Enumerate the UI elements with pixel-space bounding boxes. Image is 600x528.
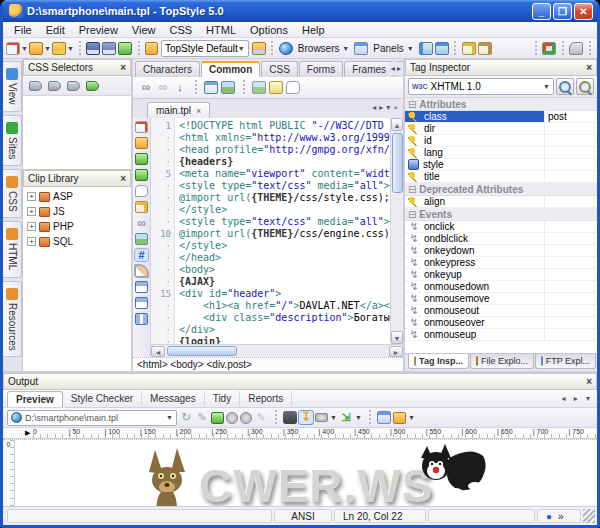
menu-css[interactable]: CSS	[162, 23, 199, 37]
resize-grip[interactable]	[583, 509, 595, 523]
menu-edit[interactable]: Edit	[39, 23, 72, 37]
anchor-download-icon[interactable]	[173, 81, 187, 94]
attribute-row-onkeypress[interactable]: onkeypress	[405, 257, 597, 269]
named-anchor-icon[interactable]	[156, 81, 170, 94]
attribute-row-onmouseover[interactable]: onmouseover	[405, 317, 597, 329]
apply-style-button[interactable]	[252, 42, 266, 55]
attribute-row-onclick[interactable]: onclick	[405, 221, 597, 233]
horizontal-scrollbar[interactable]: ◄ ►	[151, 344, 403, 357]
output-tab-preview[interactable]: Preview	[7, 391, 63, 407]
insert-tab-common[interactable]: Common	[201, 61, 260, 77]
minimize-button[interactable]: _	[532, 3, 551, 20]
hyperlink-icon[interactable]	[139, 81, 153, 94]
attribute-row-id[interactable]: id	[405, 135, 597, 147]
inspector-tab-file-explorer[interactable]: File Explo...	[470, 354, 534, 369]
table-icon[interactable]	[204, 81, 218, 94]
launch-browser-icon[interactable]	[211, 412, 224, 424]
edit-pencil-icon[interactable]	[135, 201, 148, 213]
preview-theme-icon[interactable]	[393, 412, 406, 424]
validate-html-button[interactable]	[542, 42, 556, 55]
panels-menu[interactable]: Panels ▼	[369, 40, 417, 57]
open-file-dropdown[interactable]: ▼	[44, 41, 51, 56]
document-tab-close-icon[interactable]: ×	[196, 106, 201, 116]
new-style-button[interactable]	[118, 42, 132, 55]
clip-item-sql[interactable]: +SQL	[23, 234, 131, 249]
div-box-icon[interactable]	[269, 81, 283, 94]
tree-expand-icon[interactable]: +	[27, 192, 36, 201]
document-icon[interactable]	[135, 121, 148, 133]
document-tab-controls[interactable]: ◂▸▾×	[372, 103, 401, 112]
clip-library-close-icon[interactable]: ×	[120, 173, 126, 184]
sidebar-tab-css[interactable]: CSS	[3, 169, 22, 219]
edit-document-button[interactable]	[462, 42, 476, 55]
css-selectors-header[interactable]: CSS Selectors ×	[23, 59, 131, 76]
tree-expand-icon[interactable]: +	[27, 222, 36, 231]
clip-item-js[interactable]: +JS	[23, 204, 131, 219]
insert-tab-characters[interactable]: Characters	[135, 61, 200, 77]
inspector-section-events[interactable]: Events	[405, 208, 597, 221]
scroll-right-icon[interactable]: ►	[389, 346, 403, 357]
document-tab[interactable]: main.tpl ×	[147, 102, 210, 118]
media-icon[interactable]	[252, 81, 266, 94]
code-editor[interactable]: <!DOCTYPE html PUBLIC "-//W3C//DTD XHTM<…	[175, 118, 390, 344]
sidebar-tab-sites[interactable]: Sites	[3, 115, 22, 166]
comment-icon[interactable]	[286, 81, 300, 94]
publish-dropdown[interactable]: ▼	[67, 41, 74, 56]
attribute-row-align[interactable]: align	[405, 196, 597, 208]
output-header[interactable]: Output ×	[3, 373, 597, 390]
preview-layout-icon[interactable]	[377, 411, 391, 424]
output-tab-tidy[interactable]: Tidy	[205, 391, 241, 406]
open-file-button[interactable]	[29, 42, 43, 55]
find-binoculars-icon[interactable]	[283, 411, 297, 424]
layout-box-icon[interactable]	[135, 281, 148, 293]
format-button[interactable]	[478, 42, 492, 55]
clip-item-asp[interactable]: +ASP	[23, 189, 131, 204]
tile-vertical-button[interactable]	[435, 42, 449, 55]
save-all-button[interactable]	[102, 42, 116, 55]
pin-preview-icon[interactable]	[254, 411, 268, 424]
tree-expand-icon[interactable]: +	[27, 207, 36, 216]
doctype-combo[interactable]: W3C XHTML 1.0 ▼	[408, 78, 554, 95]
menu-help[interactable]: Help	[295, 23, 332, 37]
comment-icon[interactable]	[135, 185, 148, 197]
vertical-scrollbar[interactable]: ▲ ▼	[390, 118, 403, 344]
insert-tab-css[interactable]: CSS	[261, 61, 298, 77]
publish-button[interactable]	[52, 42, 66, 55]
browsers-menu[interactable]: Browsers ▼	[294, 40, 353, 57]
new-document-button[interactable]	[6, 42, 20, 55]
hash-icon[interactable]	[135, 249, 148, 261]
layout-rows-icon[interactable]	[135, 297, 148, 309]
inspector-tab-ftp-explorer[interactable]: FTP Expl...	[535, 354, 596, 369]
attribute-row-lang[interactable]: lang	[405, 147, 597, 159]
tag-inspector-close-icon[interactable]: ×	[586, 62, 592, 73]
resize-dropdown[interactable]: ▼	[355, 410, 362, 425]
scroll-down-icon[interactable]: ▼	[391, 331, 403, 344]
menu-view[interactable]: View	[125, 23, 163, 37]
style-combo-dropdown[interactable]: ▼	[238, 41, 245, 56]
tile-horizontal-button[interactable]	[419, 42, 433, 55]
output-tab-style-checker[interactable]: Style Checker	[63, 391, 142, 406]
insert-tab-forms[interactable]: Forms	[299, 61, 343, 77]
device-size-dropdown[interactable]: ▼	[330, 410, 337, 425]
attribute-row-onmouseout[interactable]: onmouseout	[405, 305, 597, 317]
quill-icon[interactable]	[135, 265, 148, 277]
resize-preview-icon[interactable]	[339, 411, 353, 424]
status-overflow-icon[interactable]: »	[558, 511, 564, 522]
attribute-row-title[interactable]: title	[405, 171, 597, 183]
image-icon[interactable]	[135, 233, 148, 245]
vertical-scroll-thumb[interactable]	[392, 133, 403, 193]
menu-preview[interactable]: Preview	[72, 23, 125, 37]
attribute-row-onkeyup[interactable]: onkeyup	[405, 269, 597, 281]
output-tab-messages[interactable]: Messages	[142, 391, 205, 406]
title-bar[interactable]: D:\smartphone\main.tpl - TopStyle 5.0 _ …	[3, 0, 597, 22]
inspector-tab-tag-inspector[interactable]: Tag Insp...	[408, 354, 469, 369]
inspector-section-attributes[interactable]: Attributes	[405, 98, 597, 111]
output-tab-reports[interactable]: Reports	[240, 391, 292, 406]
horizontal-scroll-thumb[interactable]	[167, 346, 237, 356]
insert-tab-frames[interactable]: Frames	[344, 61, 394, 77]
save-button[interactable]	[86, 42, 100, 55]
attribute-row-onmousedown[interactable]: onmousedown	[405, 281, 597, 293]
refresh-icon[interactable]	[179, 411, 193, 424]
doctype-dropdown[interactable]: ▼	[543, 79, 550, 94]
image-icon[interactable]	[221, 81, 235, 94]
